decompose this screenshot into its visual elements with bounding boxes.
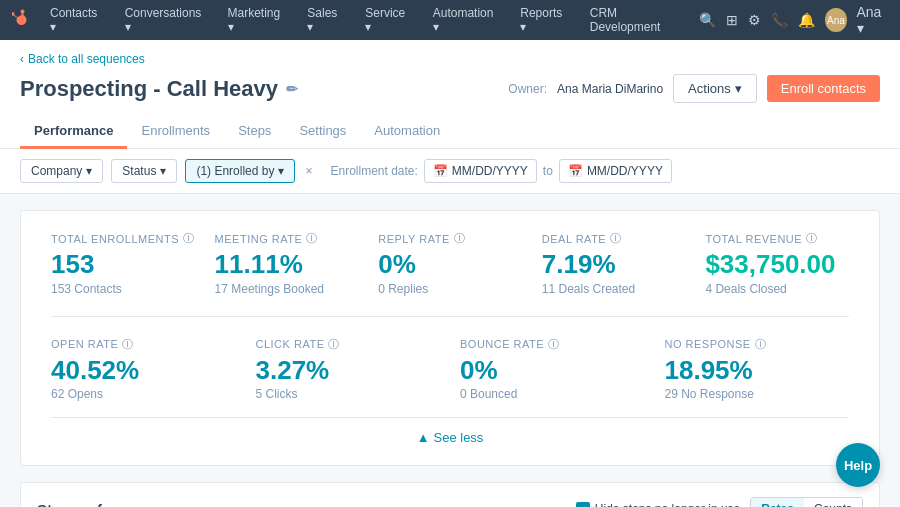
stat-reply-rate-sub: 0 Replies [378, 282, 522, 296]
stat-deal-rate: DEAL RATE ⓘ 7.19% 11 Deals Created [542, 231, 686, 296]
hide-steps-checkbox[interactable]: ✓ [576, 502, 590, 507]
nav-item-service[interactable]: Service ▾ [357, 2, 421, 38]
stat-total-enrollments-value: 153 [51, 250, 195, 279]
counts-toggle-btn[interactable]: Counts [804, 498, 862, 507]
status-filter-dropdown-icon: ▾ [160, 164, 166, 178]
stat-no-response-value: 18.95% [665, 356, 850, 385]
stat-no-response-label: NO RESPONSE ⓘ [665, 337, 850, 352]
date-to-placeholder: MM/DD/YYYY [587, 164, 663, 178]
nav-item-reports[interactable]: Reports ▾ [512, 2, 577, 38]
stat-bounce-rate-label: BOUNCE RATE ⓘ [460, 337, 645, 352]
actions-button[interactable]: Actions ▾ [673, 74, 757, 103]
nav-item-crm-development[interactable]: CRM Development [582, 2, 696, 38]
nav-item-conversations[interactable]: Conversations ▾ [117, 2, 216, 38]
breadcrumb-label: Back to all sequences [28, 52, 145, 66]
stat-total-enrollments-sub: 153 Contacts [51, 282, 195, 296]
stat-open-rate-label: OPEN RATE ⓘ [51, 337, 236, 352]
see-less-section: ▲ See less [51, 417, 849, 445]
date-filter-label: Enrollment date: [330, 164, 417, 178]
stat-total-revenue-value: $33,750.00 [705, 250, 849, 279]
enrolled-by-label: (1) Enrolled by [196, 164, 274, 178]
open-rate-info-icon[interactable]: ⓘ [122, 337, 134, 352]
date-filter-group: Enrollment date: 📅 MM/DD/YYYY to 📅 MM/DD… [330, 159, 671, 183]
tab-automation[interactable]: Automation [360, 115, 454, 149]
help-button[interactable]: Help [836, 443, 880, 487]
stat-deal-rate-label: DEAL RATE ⓘ [542, 231, 686, 246]
rates-toggle-btn[interactable]: Rates [751, 498, 804, 507]
page-header: ‹ Back to all sequences Prospecting - Ca… [0, 40, 900, 149]
total-revenue-info-icon[interactable]: ⓘ [806, 231, 818, 246]
company-filter-dropdown-icon: ▾ [86, 164, 92, 178]
owner-name: Ana Maria DiMarino [557, 82, 663, 96]
no-response-info-icon[interactable]: ⓘ [755, 337, 767, 352]
tab-performance[interactable]: Performance [20, 115, 127, 149]
stats-card: TOTAL ENROLLMENTS ⓘ 153 153 Contacts MEE… [20, 210, 880, 466]
stat-total-revenue-sub: 4 Deals Closed [705, 282, 849, 296]
nav-item-marketing[interactable]: Marketing ▾ [220, 2, 296, 38]
nav-right: 🔍 ⊞ ⚙ 📞 🔔 Ana Ana ▾ [699, 4, 888, 36]
notifications-icon[interactable]: 🔔 [798, 12, 815, 28]
stat-meeting-rate-value: 11.11% [215, 250, 359, 279]
breadcrumb[interactable]: ‹ Back to all sequences [20, 52, 880, 66]
hubspot-logo[interactable] [12, 9, 30, 32]
stat-total-revenue-label: TOTAL REVENUE ⓘ [705, 231, 849, 246]
actions-dropdown-icon: ▾ [735, 81, 742, 96]
tab-steps[interactable]: Steps [224, 115, 285, 149]
step-performance-title: Step performance [37, 501, 165, 507]
stat-click-rate-label: CLICK RATE ⓘ [256, 337, 441, 352]
header-actions: Owner: Ana Maria DiMarino Actions ▾ Enro… [508, 74, 880, 103]
rates-counts-toggle: Rates Counts [750, 497, 863, 507]
stat-click-rate-value: 3.27% [256, 356, 441, 385]
click-rate-info-icon[interactable]: ⓘ [328, 337, 340, 352]
user-dropdown-icon[interactable]: Ana ▾ [857, 4, 889, 36]
reply-rate-info-icon[interactable]: ⓘ [454, 231, 466, 246]
marketplace-icon[interactable]: ⊞ [726, 12, 738, 28]
enroll-contacts-button[interactable]: Enroll contacts [767, 75, 880, 102]
date-from-placeholder: MM/DD/YYYY [452, 164, 528, 178]
tab-settings[interactable]: Settings [285, 115, 360, 149]
stat-total-revenue: TOTAL REVENUE ⓘ $33,750.00 4 Deals Close… [705, 231, 849, 296]
meeting-rate-info-icon[interactable]: ⓘ [306, 231, 318, 246]
deal-rate-info-icon[interactable]: ⓘ [610, 231, 622, 246]
nav-item-contacts[interactable]: Contacts ▾ [42, 2, 113, 38]
call-icon[interactable]: 📞 [771, 12, 788, 28]
stats-bottom-grid: OPEN RATE ⓘ 40.52% 62 Opens CLICK RATE ⓘ… [51, 337, 849, 402]
stat-total-enrollments: TOTAL ENROLLMENTS ⓘ 153 153 Contacts [51, 231, 195, 296]
enrolled-by-filter[interactable]: (1) Enrolled by ▾ [185, 159, 295, 183]
stat-meeting-rate: MEETING RATE ⓘ 11.11% 17 Meetings Booked [215, 231, 359, 296]
stat-bounce-rate-sub: 0 Bounced [460, 387, 645, 401]
stat-deal-rate-sub: 11 Deals Created [542, 282, 686, 296]
status-filter-label: Status [122, 164, 156, 178]
stat-reply-rate-label: REPLY RATE ⓘ [378, 231, 522, 246]
edit-title-icon[interactable]: ✏ [286, 81, 298, 97]
stat-reply-rate: REPLY RATE ⓘ 0% 0 Replies [378, 231, 522, 296]
settings-icon[interactable]: ⚙ [748, 12, 761, 28]
stat-bounce-rate: BOUNCE RATE ⓘ 0% 0 Bounced [460, 337, 645, 402]
company-filter[interactable]: Company ▾ [20, 159, 103, 183]
stat-open-rate-value: 40.52% [51, 356, 236, 385]
nav-item-sales[interactable]: Sales ▾ [299, 2, 353, 38]
tab-enrollments[interactable]: Enrollments [127, 115, 224, 149]
top-navigation: Contacts ▾Conversations ▾Marketing ▾Sale… [0, 0, 900, 40]
bounce-rate-info-icon[interactable]: ⓘ [548, 337, 560, 352]
step-performance-section: Step performance ✓ Hide steps no longer … [20, 482, 880, 507]
clear-filter-icon[interactable]: × [305, 164, 312, 178]
see-less-label: See less [434, 430, 484, 445]
nav-item-automation[interactable]: Automation ▾ [425, 2, 508, 38]
date-to-input[interactable]: 📅 MM/DD/YYYY [559, 159, 672, 183]
stat-open-rate-sub: 62 Opens [51, 387, 236, 401]
total-enrollments-info-icon[interactable]: ⓘ [183, 231, 195, 246]
user-avatar[interactable]: Ana [825, 8, 846, 32]
stat-total-enrollments-label: TOTAL ENROLLMENTS ⓘ [51, 231, 195, 246]
see-less-link[interactable]: ▲ See less [51, 430, 849, 445]
hide-steps-label[interactable]: ✓ Hide steps no longer in use [576, 502, 740, 507]
stat-click-rate-sub: 5 Clicks [256, 387, 441, 401]
calendar-from-icon: 📅 [433, 164, 448, 178]
status-filter[interactable]: Status ▾ [111, 159, 177, 183]
date-from-input[interactable]: 📅 MM/DD/YYYY [424, 159, 537, 183]
stat-no-response-sub: 29 No Response [665, 387, 850, 401]
stat-deal-rate-value: 7.19% [542, 250, 686, 279]
search-icon[interactable]: 🔍 [699, 12, 716, 28]
step-performance-header: Step performance ✓ Hide steps no longer … [21, 483, 879, 507]
breadcrumb-icon: ‹ [20, 52, 24, 66]
